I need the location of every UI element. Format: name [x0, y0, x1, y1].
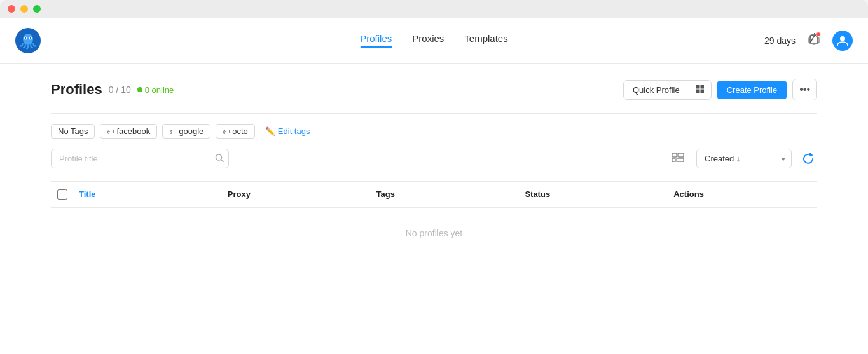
column-header-status: Status	[520, 187, 668, 202]
header-actions: Quick Profile Create Profile •••	[623, 79, 817, 100]
main-nav: Profiles Proxies Templates	[360, 33, 507, 48]
minimize-button[interactable]	[20, 5, 28, 13]
nav-item-profiles[interactable]: Profiles	[360, 33, 392, 48]
column-header-title: Title	[74, 187, 223, 202]
svg-rect-7	[696, 85, 700, 89]
refresh-button[interactable]	[799, 150, 817, 168]
svg-point-1	[23, 34, 33, 45]
empty-state-label: No profiles yet	[51, 208, 817, 259]
online-dot	[137, 87, 142, 92]
google-tag-label: google	[179, 126, 203, 136]
octo-tag-label: octo	[232, 126, 248, 136]
edit-tags-button[interactable]: ✏️ Edit tags	[260, 125, 315, 138]
profiles-header: Profiles 0 / 10 0 online Quick Profile	[51, 79, 817, 100]
search-sort-row: Created ↓ Created ↑ Title A-Z Title Z-A …	[51, 149, 817, 168]
svg-point-4	[25, 37, 26, 38]
svg-point-6	[840, 36, 845, 41]
page-title: Profiles	[51, 81, 102, 98]
tag-facebook[interactable]: 🏷 facebook	[100, 124, 157, 139]
online-count-label: 0 online	[145, 85, 174, 95]
subscription-days: 29 days	[764, 36, 796, 46]
avatar[interactable]	[832, 31, 853, 51]
table-header-checkbox-cell	[51, 187, 74, 202]
search-icon	[215, 153, 224, 162]
facebook-tag-label: facebook	[116, 126, 150, 136]
create-profile-button[interactable]: Create Profile	[717, 81, 787, 99]
tag-octo[interactable]: 🏷 octo	[216, 124, 255, 139]
tag-no-tags[interactable]: No Tags	[51, 124, 95, 139]
profiles-count: 0 / 10	[109, 85, 131, 95]
window-chrome	[0, 0, 868, 18]
quick-profile-label: Quick Profile	[624, 81, 689, 99]
search-button[interactable]	[215, 153, 224, 164]
svg-point-5	[30, 37, 31, 38]
profiles-title-group: Profiles 0 / 10 0 online	[51, 81, 174, 98]
svg-rect-14	[678, 153, 684, 157]
windows-icon[interactable]	[689, 81, 711, 99]
sort-select-wrap: Created ↓ Created ↑ Title A-Z Title Z-A …	[696, 149, 792, 168]
main-header: Profiles Proxies Templates 29 days	[0, 18, 868, 64]
tag-icon-facebook: 🏷	[107, 128, 114, 135]
page-content: Profiles 0 / 10 0 online Quick Profile	[0, 64, 868, 274]
quick-profile-button[interactable]: Quick Profile	[623, 80, 712, 100]
profiles-table: Title Proxy Tags Status Actions No profi…	[51, 181, 817, 259]
nav-item-proxies[interactable]: Proxies	[412, 33, 444, 48]
user-icon	[837, 35, 848, 46]
svg-rect-10	[700, 89, 704, 93]
header-divider	[51, 113, 817, 114]
grid-view-button[interactable]	[667, 149, 689, 168]
column-header-proxy: Proxy	[223, 187, 371, 202]
online-badge: 0 online	[137, 85, 174, 95]
more-options-button[interactable]: •••	[792, 79, 817, 100]
tag-icon-octo: 🏷	[223, 128, 230, 135]
svg-rect-15	[672, 158, 675, 162]
table-header: Title Proxy Tags Status Actions	[51, 182, 817, 208]
svg-rect-8	[700, 85, 704, 89]
tag-icon-google: 🏷	[169, 128, 176, 135]
tag-google[interactable]: 🏷 google	[162, 124, 210, 139]
search-input[interactable]	[51, 149, 229, 168]
notification-dot	[816, 32, 821, 37]
app-logo	[15, 28, 41, 53]
pencil-icon: ✏️	[265, 126, 275, 136]
svg-line-12	[221, 160, 224, 162]
column-header-tags: Tags	[371, 187, 520, 202]
app-container: Profiles Proxies Templates 29 days	[0, 18, 868, 354]
select-all-checkbox[interactable]	[57, 189, 67, 200]
search-wrap	[51, 149, 229, 168]
header-right: 29 days	[764, 31, 853, 51]
edit-tags-label: Edit tags	[278, 126, 310, 136]
notification-button[interactable]	[806, 31, 822, 50]
close-button[interactable]	[8, 5, 15, 13]
maximize-button[interactable]	[33, 5, 41, 13]
svg-rect-13	[672, 153, 677, 157]
svg-rect-16	[677, 158, 684, 162]
grid-icon	[672, 153, 684, 162]
svg-rect-9	[696, 89, 700, 93]
refresh-icon	[802, 153, 815, 165]
no-tags-label: No Tags	[58, 126, 88, 136]
nav-item-templates[interactable]: Templates	[464, 33, 507, 48]
column-header-actions: Actions	[668, 187, 817, 202]
tags-row: No Tags 🏷 facebook 🏷 google 🏷 octo ✏️ Ed…	[51, 124, 817, 139]
sort-select[interactable]: Created ↓ Created ↑ Title A-Z Title Z-A	[696, 149, 792, 168]
